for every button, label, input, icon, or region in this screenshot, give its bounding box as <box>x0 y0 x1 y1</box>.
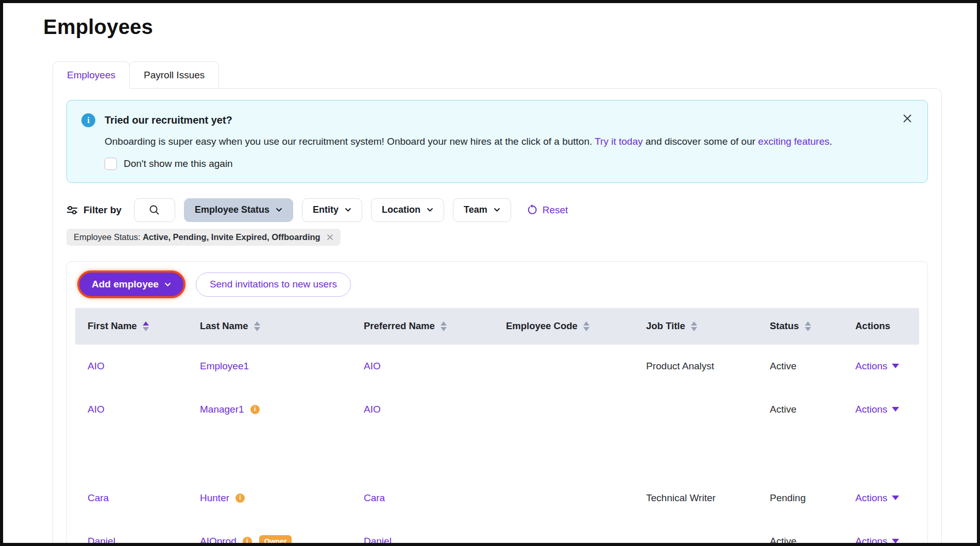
row-actions-button[interactable]: Actions <box>855 404 899 415</box>
cell-last-name: AIOprodOwner <box>200 535 364 546</box>
reset-icon <box>527 204 538 215</box>
column-label: Actions <box>855 320 890 332</box>
row-spacer <box>75 431 919 476</box>
employee-preferred-name-link[interactable]: AIO <box>364 361 381 372</box>
reset-label: Reset <box>543 204 568 216</box>
send-invitations-button[interactable]: Send invitations to new users <box>196 272 351 297</box>
employee-first-name-link[interactable]: AIO <box>88 404 105 415</box>
send-invitations-label: Send invitations to new users <box>210 279 337 289</box>
column-header-job-title[interactable]: Job Title <box>646 320 770 332</box>
chevron-down-icon <box>892 364 899 368</box>
employee-preferred-name-link[interactable]: Cara <box>364 492 385 504</box>
cell-status: Pending <box>770 492 855 504</box>
banner-text-3: . <box>830 136 832 147</box>
filter-dropdown-location[interactable]: Location <box>371 198 444 222</box>
cell-status: Active <box>770 361 855 372</box>
cell-actions: Actions <box>855 361 919 372</box>
cell-status: Active <box>770 536 855 546</box>
sort-icon <box>691 321 697 331</box>
filter-dropdown-team[interactable]: Team <box>453 198 511 222</box>
search-icon <box>149 204 160 215</box>
column-header-status[interactable]: Status <box>770 320 855 332</box>
filter-dropdown-label: Employee Status <box>195 204 269 215</box>
close-icon[interactable] <box>902 113 913 124</box>
chevron-down-icon <box>345 208 351 212</box>
cell-actions: Actions <box>855 536 919 546</box>
table-row: DanielAIOprodOwnerDanielActiveActions <box>75 520 919 546</box>
column-header-employee-code[interactable]: Employee Code <box>506 320 646 332</box>
table-header: First NameLast NamePreferred NameEmploye… <box>75 308 919 345</box>
chip-text: Employee Status: Active, Pending, Invite… <box>74 232 320 242</box>
employee-status-filter-chip: Employee Status: Active, Pending, Invite… <box>66 229 341 246</box>
reset-filters-button[interactable]: Reset <box>527 204 568 216</box>
active-filter-chips: Employee Status: Active, Pending, Invite… <box>66 229 928 246</box>
employee-last-name-link[interactable]: Employee1 <box>200 361 249 372</box>
try-it-today-link[interactable]: Try it today <box>595 136 643 147</box>
filter-bar: Filter by Employee StatusEntityLocationT… <box>66 198 928 222</box>
employees-table: First NameLast NamePreferred NameEmploye… <box>75 308 919 546</box>
cell-actions: Actions <box>855 492 919 504</box>
employee-first-name-link[interactable]: Cara <box>88 492 109 504</box>
row-actions-button[interactable]: Actions <box>855 361 899 372</box>
chevron-down-icon <box>427 208 433 212</box>
list-actions-row: Add employee Send invitations to new use… <box>75 272 919 297</box>
page-title: Employees <box>43 15 977 39</box>
dont-show-again-label: Don't show me this again <box>124 158 233 169</box>
banner-content: Tried our recruitment yet? Onboarding is… <box>105 113 832 170</box>
row-actions-button[interactable]: Actions <box>855 536 899 546</box>
sort-icon <box>583 321 589 331</box>
sort-icon <box>143 321 149 331</box>
tab-payroll-issues[interactable]: Payroll Issues <box>129 61 219 89</box>
employee-last-name-link[interactable]: Hunter <box>200 492 229 504</box>
sort-icon <box>805 321 811 331</box>
banner-text-2: and discover some of our <box>643 136 758 147</box>
employee-preferred-name-link[interactable]: AIO <box>364 404 381 415</box>
info-icon[interactable] <box>250 405 260 414</box>
column-header-last-name[interactable]: Last Name <box>200 320 364 332</box>
filter-dropdown-employee-status[interactable]: Employee Status <box>184 198 293 222</box>
employee-last-name-link[interactable]: Manager1 <box>200 404 244 415</box>
column-header-preferred-name[interactable]: Preferred Name <box>364 320 506 332</box>
banner-body: Onboarding is super easy when you use ou… <box>105 135 832 148</box>
sort-icon <box>254 321 260 331</box>
tab-payroll-issues-label: Payroll Issues <box>144 70 205 80</box>
employee-last-name-link[interactable]: AIOprod <box>200 536 236 546</box>
dont-show-again-checkbox[interactable] <box>105 158 117 170</box>
remove-filter-icon[interactable] <box>327 234 333 241</box>
dont-show-again-row: Don't show me this again <box>105 158 832 170</box>
info-icon[interactable] <box>243 537 252 546</box>
cell-job-title: Technical Writer <box>646 492 770 504</box>
column-header-actions: Actions <box>855 320 919 332</box>
filter-by-label: Filter by <box>83 204 122 216</box>
info-icon[interactable] <box>235 493 245 503</box>
chevron-down-icon <box>276 208 282 212</box>
exciting-features-link[interactable]: exciting features <box>758 136 829 147</box>
table-row: CaraHunterCaraTechnical WriterPendingAct… <box>75 476 919 520</box>
recruitment-info-banner: Tried our recruitment yet? Onboarding is… <box>66 100 928 183</box>
tab-employees[interactable]: Employees <box>53 61 130 89</box>
cell-preferred-name: AIO <box>364 404 506 415</box>
column-label: Job Title <box>646 320 685 332</box>
employee-first-name-link[interactable]: AIO <box>88 361 105 372</box>
row-actions-button[interactable]: Actions <box>855 492 899 504</box>
filter-dropdown-label: Location <box>382 204 420 215</box>
tab-bar: Employees Payroll Issues <box>53 61 977 88</box>
column-label: First Name <box>88 320 137 332</box>
banner-title: Tried our recruitment yet? <box>105 114 832 126</box>
chevron-down-icon <box>494 208 500 212</box>
cell-status: Active <box>770 404 855 415</box>
tab-employees-label: Employees <box>67 70 115 80</box>
employee-first-name-link[interactable]: Daniel <box>88 536 115 546</box>
cell-last-name: Hunter <box>200 492 364 504</box>
cell-job-title: Product Analyst <box>646 361 770 372</box>
employee-preferred-name-link[interactable]: Daniel <box>364 536 392 546</box>
column-header-first-name[interactable]: First Name <box>88 320 200 332</box>
add-employee-button[interactable]: Add employee <box>79 272 183 296</box>
table-row: AIOEmployee1AIOProduct AnalystActiveActi… <box>75 345 919 388</box>
column-label: Status <box>770 320 799 332</box>
search-button[interactable] <box>134 198 175 222</box>
employees-page: Employees Employees Payroll Issues Tried… <box>3 3 977 546</box>
filter-sliders-icon <box>66 205 78 215</box>
filter-dropdown-entity[interactable]: Entity <box>302 198 362 222</box>
filter-by-label-group: Filter by <box>66 204 122 216</box>
